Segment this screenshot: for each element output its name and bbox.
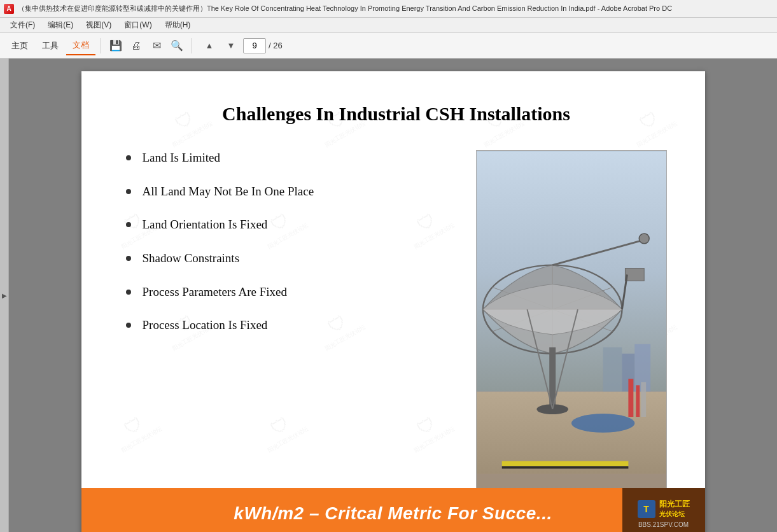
menu-help[interactable]: 帮助(H) [160, 18, 196, 32]
bullet-text-5: Process Parameters Are Fixed [143, 284, 287, 300]
menu-window[interactable]: 窗口(W) [119, 18, 157, 32]
save-icon: 💾 [109, 39, 122, 52]
menu-edit[interactable]: 编辑(E) [43, 18, 78, 32]
up-arrow-icon: ▲ [206, 41, 214, 50]
app-icon: A [4, 4, 14, 14]
forum-shield-icon: T [638, 500, 655, 518]
svg-point-17 [571, 414, 634, 433]
forum-url: BBS.21SPV.COM [638, 521, 689, 528]
list-item: Land Orientation Is Fixed [126, 217, 457, 233]
bottom-banner: kWh/m2 – Critcal Metric For Succe... T 阳… [81, 488, 705, 532]
search-icon: 🔍 [171, 39, 183, 52]
bullet-text-6: Process Location Is Fixed [143, 318, 268, 333]
forum-name-2: 光伏论坛 [659, 510, 690, 519]
svg-rect-16 [641, 382, 646, 417]
toolbar-mail-btn[interactable]: ✉ [147, 36, 166, 55]
toolbar-home-btn[interactable]: 主页 [5, 36, 34, 55]
forum-name-block: 阳光工匠 光伏论坛 [659, 499, 690, 519]
menu-file[interactable]: 文件(F) [5, 18, 40, 32]
toolbar-nav-group: 主页 工具 文档 [5, 36, 95, 55]
sidebar-arrow-icon: ▶ [2, 292, 7, 299]
bullet-text-1: Land Is Limited [143, 150, 220, 166]
toolbar-separator-2 [192, 38, 192, 53]
pdf-page: 🛡 阳光工匠光伏论坛 🛡 阳光工匠光伏论坛 🛡 阳光工匠光伏论坛 🛡 阳光工匠光… [81, 71, 705, 532]
svg-rect-19 [501, 466, 628, 468]
list-item: Land Is Limited [126, 150, 457, 166]
toolbar: 主页 工具 文档 💾 🖨 ✉ 🔍 ▲ ▼ / 26 [0, 33, 777, 59]
pdf-content: Challenges In Industrial CSH Installatio… [81, 71, 705, 516]
solar-dish-svg [477, 151, 666, 496]
svg-rect-2 [603, 347, 622, 392]
menu-view[interactable]: 视图(V) [81, 18, 116, 32]
svg-rect-15 [636, 385, 640, 417]
bullet-dot [126, 222, 131, 227]
toolbar-search-btn[interactable]: 🔍 [167, 36, 186, 55]
bullet-dot [126, 256, 131, 261]
bullet-dot [126, 323, 131, 328]
bullet-dot [126, 155, 131, 160]
banner-text: kWh/m2 – Critcal Metric For Succe... [234, 503, 552, 524]
bullet-dot [126, 189, 131, 194]
page-number-input[interactable] [243, 38, 266, 53]
sidebar-toggle[interactable]: ▶ [0, 59, 9, 532]
mail-icon: ✉ [153, 39, 161, 52]
shield-letter: T [643, 504, 649, 514]
svg-point-24 [639, 234, 649, 244]
slide-title: Challenges In Industrial CSH Installatio… [126, 103, 667, 125]
svg-rect-14 [628, 379, 633, 417]
forum-badge-top: T 阳光工匠 光伏论坛 [638, 499, 690, 519]
menu-bar: 文件(F) 编辑(E) 视图(V) 窗口(W) 帮助(H) [0, 18, 777, 33]
toolbar-page-up-btn[interactable]: ▲ [200, 36, 219, 55]
title-bar: A （集中供热技术在促进印度能源转型和碳减排中的关键作用）The Key Rol… [0, 0, 777, 18]
toolbar-save-btn[interactable]: 💾 [106, 36, 125, 55]
page-nav: ▲ ▼ / 26 [200, 36, 283, 55]
forum-badge: T 阳光工匠 光伏论坛 BBS.21SPV.COM [622, 488, 705, 532]
bullet-list: Land Is Limited All Land May Not Be In O… [126, 150, 457, 351]
print-icon: 🖨 [131, 40, 141, 52]
list-item: Process Location Is Fixed [126, 318, 457, 333]
toolbar-document-btn[interactable]: 文档 [66, 36, 95, 55]
toolbar-print-btn[interactable]: 🖨 [127, 36, 146, 55]
list-item: Process Parameters Are Fixed [126, 284, 457, 300]
list-item: Shadow Constraints [126, 251, 457, 267]
toolbar-separator-1 [101, 38, 101, 53]
svg-rect-18 [501, 461, 628, 466]
bullet-dot [126, 290, 131, 295]
title-bar-text: （集中供热技术在促进印度能源转型和碳减排中的关键作用）The Key Role … [18, 4, 672, 13]
svg-rect-12 [625, 269, 644, 281]
pdf-area: 🛡 阳光工匠光伏论坛 🛡 阳光工匠光伏论坛 🛡 阳光工匠光伏论坛 🛡 阳光工匠光… [9, 59, 777, 532]
toolbar-page-down-btn[interactable]: ▼ [221, 36, 241, 55]
bullet-text-4: Shadow Constraints [143, 251, 240, 267]
forum-name: 阳光工匠 [659, 499, 690, 510]
main-area: ▶ 🛡 阳光工匠光伏论坛 🛡 阳光工匠光伏论坛 🛡 阳光工匠光伏论坛 [0, 59, 777, 532]
slide-image [476, 150, 667, 497]
list-item: All Land May Not Be In One Place [126, 184, 457, 200]
toolbar-tools-btn[interactable]: 工具 [36, 36, 65, 55]
down-arrow-icon: ▼ [227, 41, 235, 50]
bullet-text-2: All Land May Not Be In One Place [143, 184, 314, 200]
slide-body: Land Is Limited All Land May Not Be In O… [126, 150, 667, 497]
page-total: / 26 [269, 41, 283, 50]
bullet-text-3: Land Orientation Is Fixed [143, 217, 268, 233]
